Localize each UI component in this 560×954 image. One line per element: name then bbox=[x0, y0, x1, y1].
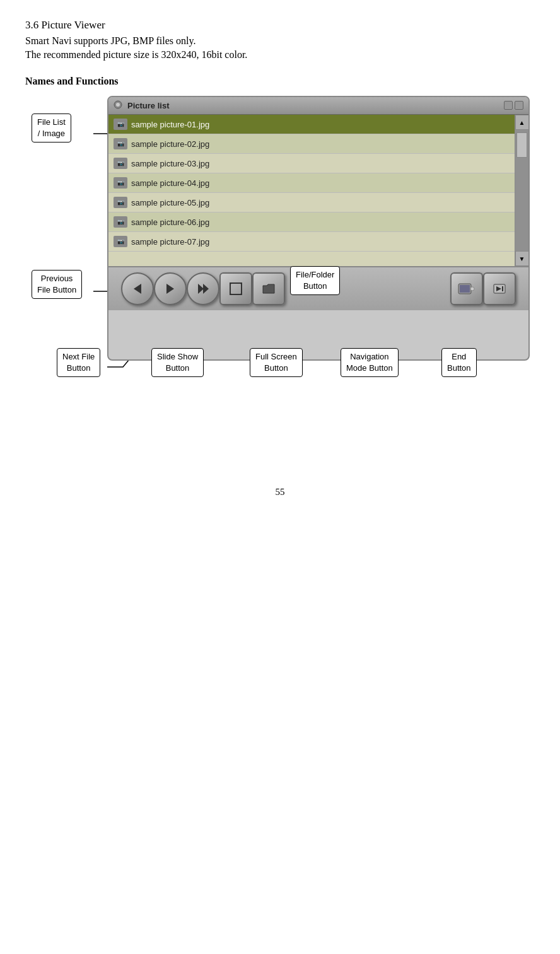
file-folder-button[interactable] bbox=[252, 272, 285, 305]
list-item[interactable]: 📷 sample picture-02.jpg bbox=[108, 134, 515, 154]
list-item[interactable]: 📷 sample picture-05.jpg bbox=[108, 193, 515, 212]
callout-previous-file: Previous File Button bbox=[32, 270, 82, 299]
filename: sample picture-03.jpg bbox=[131, 159, 209, 168]
file-icon: 📷 bbox=[114, 177, 127, 189]
filename: sample picture-06.jpg bbox=[131, 218, 209, 227]
previous-file-button[interactable] bbox=[121, 272, 154, 305]
list-item[interactable]: 📷 sample picture-03.jpg bbox=[108, 154, 515, 173]
viewer-filelist: 📷 sample picture-01.jpg 📷 sample picture… bbox=[108, 115, 528, 266]
viewer-title: Picture list bbox=[127, 101, 169, 110]
file-icon: 📷 bbox=[114, 236, 127, 247]
svg-marker-5 bbox=[203, 284, 209, 294]
svg-marker-2 bbox=[134, 284, 141, 294]
viewer-titlebar: Picture list bbox=[108, 97, 528, 115]
subtitle-line1: Smart Navi supports JPG, BMP files only. bbox=[25, 35, 535, 47]
file-icon: 📷 bbox=[114, 119, 127, 130]
callout-full-screen: Full Screen Button bbox=[250, 348, 303, 377]
viewer-ui: Picture list 📷 sample picture-01.jpg 📷 s… bbox=[107, 96, 530, 361]
file-icon: 📷 bbox=[114, 158, 127, 169]
list-item[interactable]: 📷 sample picture-01.jpg bbox=[108, 115, 515, 134]
callout-end: End Button bbox=[441, 348, 477, 377]
svg-rect-6 bbox=[230, 283, 242, 294]
svg-point-1 bbox=[116, 103, 120, 107]
slide-show-button[interactable] bbox=[187, 272, 219, 305]
scrollbar[interactable]: ▲ ▼ bbox=[515, 115, 528, 266]
navigation-mode-button[interactable] bbox=[450, 272, 483, 305]
section-title: 3.6 Picture Viewer bbox=[25, 19, 535, 32]
file-icon: 📷 bbox=[114, 216, 127, 228]
list-item[interactable]: 📷 sample picture-07.jpg bbox=[108, 232, 515, 252]
svg-rect-12 bbox=[502, 286, 503, 291]
svg-marker-3 bbox=[166, 284, 174, 294]
callout-slide-show: Slide Show Button bbox=[151, 348, 204, 377]
file-list-items: 📷 sample picture-01.jpg 📷 sample picture… bbox=[108, 115, 515, 266]
filename: sample picture-05.jpg bbox=[131, 198, 209, 207]
list-item[interactable]: 📷 sample picture-04.jpg bbox=[108, 173, 515, 193]
end-button[interactable] bbox=[483, 272, 516, 305]
scroll-thumb[interactable] bbox=[516, 132, 527, 158]
page-number: 55 bbox=[25, 487, 535, 497]
titlebar-dots bbox=[504, 101, 523, 110]
subtitle-line2: The recommended picture size is 320x240,… bbox=[25, 49, 535, 61]
callout-navigation-mode: Navigation Mode Button bbox=[341, 348, 399, 377]
file-icon: 📷 bbox=[114, 138, 127, 149]
filename: sample picture-01.jpg bbox=[131, 120, 209, 129]
svg-marker-4 bbox=[198, 284, 204, 294]
filename: sample picture-04.jpg bbox=[131, 178, 209, 188]
list-item[interactable]: 📷 sample picture-06.jpg bbox=[108, 212, 515, 232]
file-icon: 📷 bbox=[114, 197, 127, 208]
next-file-button[interactable] bbox=[154, 272, 187, 305]
filename: sample picture-07.jpg bbox=[131, 237, 209, 247]
scroll-up-btn[interactable]: ▲ bbox=[515, 115, 529, 130]
scroll-track bbox=[515, 130, 528, 251]
callout-next-file: Next File Button bbox=[57, 348, 100, 377]
svg-rect-8 bbox=[460, 285, 470, 293]
scroll-down-btn[interactable]: ▼ bbox=[515, 251, 529, 266]
svg-point-9 bbox=[470, 287, 474, 291]
callout-file-folder: File/Folder Button bbox=[290, 266, 340, 295]
callout-file-list-image: File List / Image bbox=[32, 113, 71, 143]
filename: sample picture-02.jpg bbox=[131, 139, 209, 149]
full-screen-button[interactable] bbox=[219, 272, 252, 305]
diagram-container: Picture list 📷 sample picture-01.jpg 📷 s… bbox=[25, 96, 542, 462]
names-functions-heading: Names and Functions bbox=[25, 76, 535, 87]
